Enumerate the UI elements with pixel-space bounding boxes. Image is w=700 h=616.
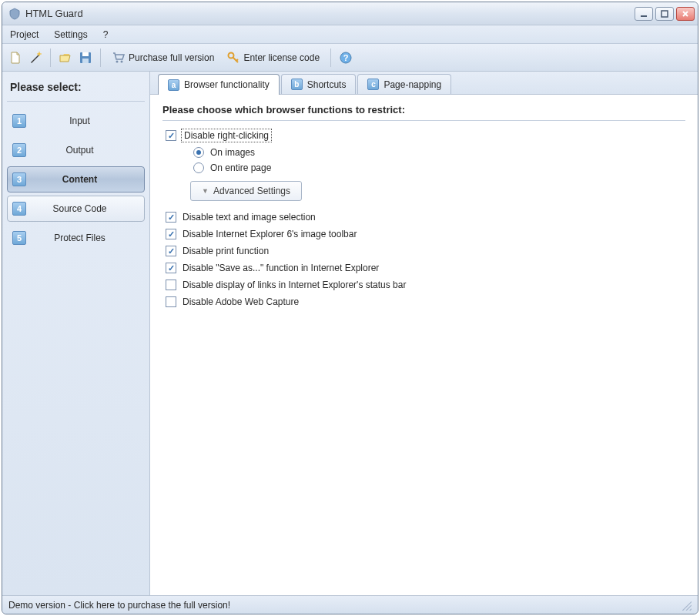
close-button[interactable] bbox=[676, 7, 695, 21]
checkbox[interactable] bbox=[166, 246, 176, 256]
advanced-settings-button[interactable]: ▼ Advanced Settings bbox=[190, 181, 302, 201]
svg-point-7 bbox=[121, 60, 123, 62]
open-icon[interactable] bbox=[57, 49, 74, 66]
checkbox[interactable] bbox=[166, 229, 176, 239]
option-row: Disable display of links in Internet Exp… bbox=[162, 280, 685, 290]
svg-rect-0 bbox=[641, 15, 647, 17]
app-icon bbox=[8, 8, 21, 20]
step-number-icon: 4 bbox=[12, 202, 26, 216]
svg-point-6 bbox=[116, 60, 119, 62]
tab-browser-functionality[interactable]: a Browser functionality bbox=[158, 74, 280, 95]
sidebar-item-input[interactable]: 1Input bbox=[7, 108, 145, 134]
svg-rect-5 bbox=[82, 59, 89, 63]
resize-grip-icon[interactable] bbox=[681, 600, 692, 611]
option-label[interactable]: Disable text and image selection bbox=[183, 212, 316, 223]
option-disable-rightclick: Disable right-clicking bbox=[162, 130, 685, 141]
sidebar-item-label: Protect Files bbox=[34, 233, 139, 243]
checkbox[interactable] bbox=[166, 280, 176, 290]
step-number-icon: 3 bbox=[12, 172, 26, 186]
menu-settings[interactable]: Settings bbox=[51, 28, 90, 42]
license-button[interactable]: Enter license code bbox=[222, 49, 324, 66]
option-row: Disable Adobe Web Capture bbox=[162, 296, 685, 307]
save-icon[interactable] bbox=[77, 49, 94, 66]
option-row: Disable "Save as..." function in Interne… bbox=[162, 263, 685, 273]
radio-on-images: On images bbox=[190, 147, 685, 158]
purchase-button[interactable]: Purchase full version bbox=[107, 49, 219, 66]
radio[interactable] bbox=[193, 147, 204, 158]
step-number-icon: 5 bbox=[12, 231, 26, 245]
license-label: Enter license code bbox=[243, 52, 320, 63]
sidebar-item-output[interactable]: 2Output bbox=[7, 137, 145, 163]
tab-label: Page-napping bbox=[383, 79, 441, 90]
tab-letter-icon: b bbox=[291, 79, 303, 90]
radio[interactable] bbox=[193, 162, 204, 173]
option-row: Disable text and image selection bbox=[162, 212, 685, 223]
sidebar-item-content[interactable]: 3Content bbox=[7, 166, 145, 192]
radio-label[interactable]: On images bbox=[210, 147, 255, 158]
advanced-label: Advanced Settings bbox=[213, 186, 290, 196]
sidebar-item-protect-files[interactable]: 5Protect Files bbox=[7, 225, 145, 251]
svg-text:?: ? bbox=[343, 53, 349, 62]
purchase-label: Purchase full version bbox=[129, 52, 214, 63]
sidebar-item-label: Content bbox=[34, 174, 139, 185]
tab-shortcuts[interactable]: b Shortcuts bbox=[281, 74, 357, 94]
option-label[interactable]: Disable Internet Explorer 6's image tool… bbox=[183, 229, 357, 239]
menu-help[interactable]: ? bbox=[100, 28, 112, 42]
tab-page-napping[interactable]: c Page-napping bbox=[357, 74, 451, 94]
window-title: HTML Guard bbox=[25, 8, 635, 19]
option-label[interactable]: Disable Adobe Web Capture bbox=[183, 296, 299, 307]
app-window: HTML Guard Project Settings ? bbox=[2, 2, 698, 614]
sidebar-title: Please select: bbox=[7, 78, 145, 102]
step-number-icon: 2 bbox=[12, 143, 26, 157]
svg-rect-4 bbox=[82, 52, 89, 56]
body-area: Please select: 1Input2Output3Content4Sou… bbox=[2, 72, 698, 595]
statusbar[interactable]: Demo version - Click here to purchase th… bbox=[2, 595, 698, 614]
help-icon[interactable]: ? bbox=[337, 49, 354, 66]
option-row: Disable Internet Explorer 6's image tool… bbox=[162, 229, 685, 239]
radio-label[interactable]: On entire page bbox=[210, 162, 271, 173]
option-label[interactable]: Disable "Save as..." function in Interne… bbox=[183, 263, 379, 273]
option-label[interactable]: Disable right-clicking bbox=[183, 130, 270, 141]
option-row: Disable print function bbox=[162, 246, 685, 256]
wand-icon[interactable] bbox=[27, 49, 44, 66]
menubar: Project Settings ? bbox=[2, 25, 698, 44]
key-icon bbox=[226, 51, 240, 65]
toolbar: Purchase full version Enter license code… bbox=[2, 44, 698, 72]
titlebar: HTML Guard bbox=[2, 2, 698, 25]
option-label[interactable]: Disable display of links in Internet Exp… bbox=[183, 280, 406, 290]
sidebar-item-source-code[interactable]: 4Source Code bbox=[7, 196, 145, 222]
tabs: a Browser functionality b Shortcuts c Pa… bbox=[150, 72, 698, 95]
rightclick-suboptions: On images On entire page bbox=[190, 147, 685, 173]
maximize-button[interactable] bbox=[655, 7, 674, 21]
tab-letter-icon: a bbox=[168, 79, 179, 91]
tab-letter-icon: c bbox=[367, 79, 379, 90]
option-label[interactable]: Disable print function bbox=[183, 246, 269, 256]
minimize-button[interactable] bbox=[635, 7, 653, 21]
sidebar: Please select: 1Input2Output3Content4Sou… bbox=[2, 72, 150, 595]
svg-rect-1 bbox=[661, 11, 668, 17]
window-controls bbox=[635, 7, 695, 21]
tab-label: Browser functionality bbox=[184, 79, 270, 90]
main-panel: a Browser functionality b Shortcuts c Pa… bbox=[150, 72, 698, 595]
tab-label: Shortcuts bbox=[307, 79, 347, 90]
cart-icon bbox=[112, 51, 126, 65]
toolbar-separator bbox=[50, 49, 51, 67]
new-icon[interactable] bbox=[7, 49, 24, 66]
checkbox[interactable] bbox=[166, 263, 176, 273]
content-heading: Please choose which browser functions to… bbox=[162, 104, 685, 121]
content-area: Please choose which browser functions to… bbox=[150, 95, 698, 595]
checkbox[interactable] bbox=[166, 130, 176, 141]
toolbar-separator bbox=[100, 49, 101, 67]
sidebar-item-label: Output bbox=[34, 145, 139, 156]
sidebar-item-label: Source Code bbox=[34, 203, 139, 214]
chevron-down-icon: ▼ bbox=[202, 187, 209, 195]
checkbox[interactable] bbox=[166, 212, 176, 223]
menu-project[interactable]: Project bbox=[7, 28, 42, 42]
status-text: Demo version - Click here to purchase th… bbox=[8, 600, 230, 611]
toolbar-separator bbox=[330, 49, 331, 67]
checkbox[interactable] bbox=[166, 296, 176, 307]
sidebar-item-label: Input bbox=[34, 116, 139, 126]
step-number-icon: 1 bbox=[12, 114, 26, 128]
radio-on-entire-page: On entire page bbox=[190, 162, 685, 173]
